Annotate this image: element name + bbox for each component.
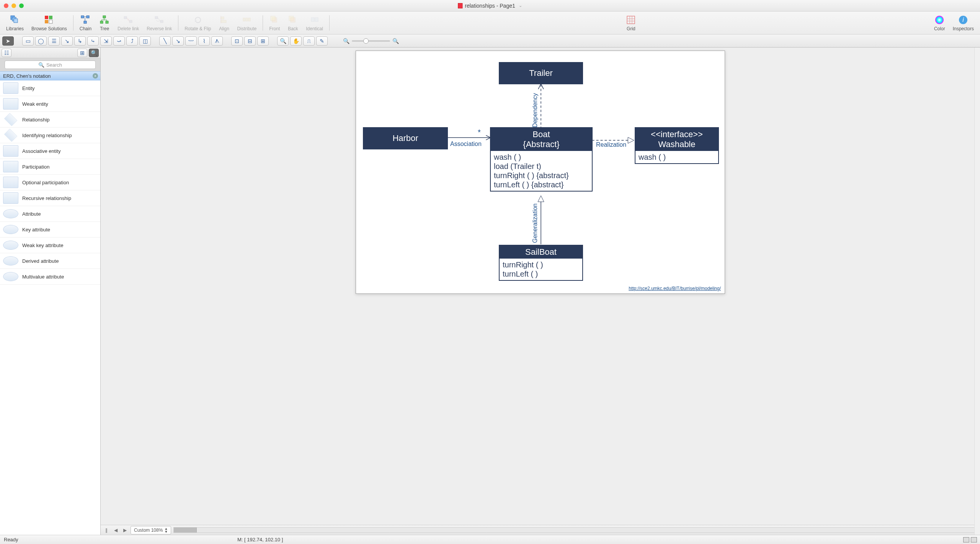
- identical-button[interactable]: Identical: [302, 14, 327, 32]
- connector-7-button[interactable]: ◫: [139, 36, 151, 46]
- tree-button[interactable]: Tree: [95, 14, 114, 32]
- boat-title: Boat: [493, 129, 590, 139]
- uml-class-harbor[interactable]: Harbor: [363, 127, 448, 149]
- close-window-button[interactable]: [4, 3, 8, 8]
- eyedropper-tool-button[interactable]: ✎: [316, 36, 328, 46]
- color-button[interactable]: Color: [930, 14, 949, 32]
- browse-solutions-button[interactable]: Browse Solutions: [28, 14, 71, 32]
- pan-tool-button[interactable]: ✋: [290, 36, 302, 46]
- zoom-display[interactable]: Custom 108% ▲▼: [131, 526, 171, 534]
- pointer-tool-button[interactable]: ➤: [2, 36, 14, 46]
- zoom-slider[interactable]: 🔍 🔍: [343, 38, 399, 44]
- connector-7-icon: ◫: [143, 38, 148, 44]
- sidebar-grid-view-button[interactable]: ⊞: [77, 49, 87, 57]
- vertical-scrollbar[interactable]: [974, 48, 980, 535]
- svg-rect-7: [81, 16, 84, 18]
- horizontal-scrollbar[interactable]: [173, 527, 978, 533]
- zoom-in-icon[interactable]: 🔍: [392, 38, 399, 44]
- maximize-window-button[interactable]: [19, 3, 24, 8]
- zoom-label: Custom 108%: [134, 528, 163, 533]
- shape-label: Participation: [22, 164, 50, 170]
- page-pause-icon[interactable]: ‖: [103, 527, 110, 534]
- distribute-button[interactable]: Distribute: [234, 14, 261, 32]
- connector-2-button[interactable]: ↳: [74, 36, 86, 46]
- shape-item[interactable]: Associative entity: [0, 143, 100, 159]
- back-button[interactable]: Back: [284, 14, 302, 32]
- status-view-1-button[interactable]: [963, 537, 969, 542]
- rotate-flip-button[interactable]: Rotate & Flip: [181, 14, 215, 32]
- sidebar-section-header[interactable]: ERD, Chen's notation ×: [0, 71, 100, 80]
- shape-label: Weak key attribute: [22, 243, 63, 248]
- text-tool-button[interactable]: ☰: [48, 36, 60, 46]
- sidebar-section-close-icon[interactable]: ×: [93, 73, 98, 79]
- shape-item[interactable]: Derived attribute: [0, 253, 100, 269]
- connector-6-button[interactable]: ⤴: [126, 36, 138, 46]
- rect-tool-button[interactable]: ▭: [22, 36, 34, 46]
- svg-rect-25: [221, 17, 224, 19]
- zoom-track[interactable]: [352, 40, 390, 42]
- connector-1-button[interactable]: ↘: [61, 36, 73, 46]
- edit-tool-3-button[interactable]: ⊞: [257, 36, 269, 46]
- inspectors-button[interactable]: i Inspectors: [949, 14, 978, 32]
- sidebar-search-toggle-button[interactable]: 🔍: [89, 49, 99, 57]
- line-tool-3-button[interactable]: 〰: [185, 36, 197, 46]
- uml-class-sailboat[interactable]: SailBoat turnRight ( ) turnLeft ( ): [499, 245, 583, 281]
- shape-item[interactable]: Attribute: [0, 206, 100, 222]
- status-ready: Ready: [4, 537, 18, 542]
- back-icon: [287, 15, 298, 25]
- svg-rect-4: [49, 16, 52, 19]
- shape-item[interactable]: Optional participation: [0, 175, 100, 190]
- shape-item[interactable]: Recursive relationship: [0, 190, 100, 206]
- shape-item[interactable]: Identifying relationship: [0, 128, 100, 143]
- window-title[interactable]: relationships - Page1 ⌄: [458, 3, 522, 9]
- page-prev-button[interactable]: ◀: [112, 527, 119, 534]
- line-tool-5-button[interactable]: ⩚: [211, 36, 223, 46]
- grid-label: Grid: [627, 26, 635, 31]
- align-button[interactable]: Align: [215, 14, 234, 32]
- reverse-link-button[interactable]: Reverse link: [143, 14, 176, 32]
- uml-class-boat[interactable]: Boat {Abstract} wash ( ) load (Trailer t…: [490, 127, 593, 192]
- chain-button[interactable]: Chain: [76, 14, 95, 32]
- sidebar-search-input[interactable]: 🔍 Search: [5, 61, 96, 69]
- align-label: Align: [219, 26, 229, 31]
- minimize-window-button[interactable]: [11, 3, 16, 8]
- line-tool-2-button[interactable]: ↘: [172, 36, 184, 46]
- shape-item[interactable]: Multivalue attribute: [0, 269, 100, 285]
- sidebar-list-view-button[interactable]: ☷: [2, 49, 11, 57]
- diagram-page[interactable]: Trailer Harbor Boat {Abstract} wash ( ) …: [356, 51, 725, 294]
- zoom-thumb[interactable]: [363, 38, 369, 44]
- delete-link-button[interactable]: Delete link: [114, 14, 143, 32]
- shape-item[interactable]: Weak entity: [0, 96, 100, 112]
- edit-tool-2-button[interactable]: ⊟: [244, 36, 256, 46]
- edit-2-icon: ⊟: [248, 38, 252, 44]
- connector-3-button[interactable]: ⤷: [87, 36, 99, 46]
- sailboat-op: turnLeft ( ): [503, 269, 579, 279]
- shape-item[interactable]: Key attribute: [0, 222, 100, 238]
- uml-class-trailer[interactable]: Trailer: [499, 62, 583, 84]
- stamp-tool-button[interactable]: ⎍: [303, 36, 315, 46]
- shape-item[interactable]: Participation: [0, 159, 100, 175]
- shape-item[interactable]: Weak key attribute: [0, 238, 100, 253]
- source-url[interactable]: http://sce2.umkc.edu/BIT/burrise/pl/mode…: [629, 286, 721, 291]
- canvas-scroll[interactable]: Trailer Harbor Boat {Abstract} wash ( ) …: [101, 48, 980, 525]
- shape-item[interactable]: Entity: [0, 80, 100, 96]
- svg-rect-24: [160, 20, 163, 23]
- svg-rect-36: [315, 18, 318, 21]
- line-tool-4-button[interactable]: ⌇: [198, 36, 210, 46]
- shape-item[interactable]: Relationship: [0, 112, 100, 128]
- connector-5-button[interactable]: ⤻: [113, 36, 125, 46]
- status-view-2-button[interactable]: [971, 537, 977, 542]
- libraries-button[interactable]: Libraries: [2, 14, 28, 32]
- zoom-stepper-icon[interactable]: ▲▼: [164, 527, 168, 533]
- page-next-button[interactable]: ▶: [121, 527, 128, 534]
- status-right-icons: [963, 537, 977, 542]
- front-button[interactable]: Front: [265, 14, 284, 32]
- zoom-tool-button[interactable]: 🔍: [277, 36, 289, 46]
- line-tool-1-button[interactable]: ╲: [159, 36, 171, 46]
- edit-tool-1-button[interactable]: ⊡: [231, 36, 243, 46]
- ellipse-tool-button[interactable]: ◯: [35, 36, 47, 46]
- uml-interface-washable[interactable]: <<interface>> Washable wash ( ): [635, 127, 719, 164]
- connector-4-button[interactable]: ⇲: [100, 36, 112, 46]
- zoom-out-icon[interactable]: 🔍: [343, 38, 350, 44]
- grid-button[interactable]: Grid: [622, 14, 640, 32]
